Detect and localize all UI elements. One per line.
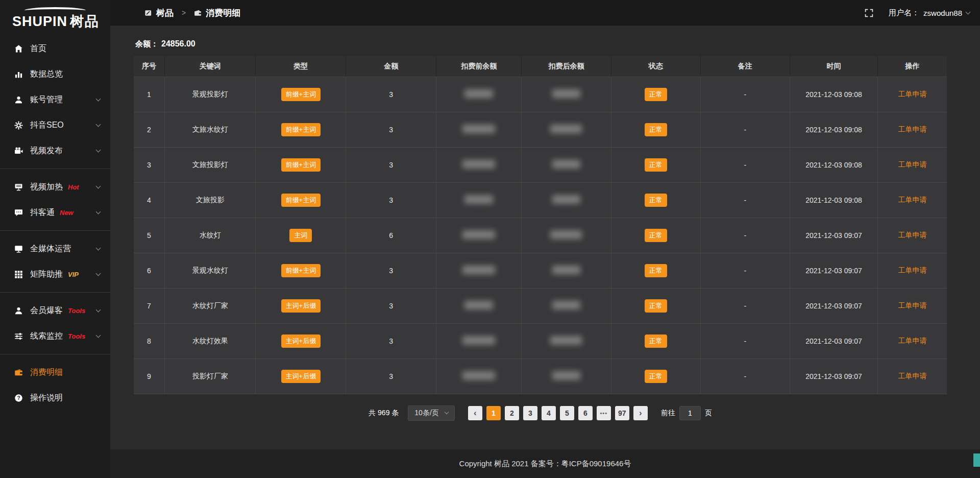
- wallet-icon: [14, 368, 23, 377]
- balance-value: 24856.00: [161, 39, 195, 48]
- ticket-apply-link[interactable]: 工单申请: [898, 266, 927, 274]
- sidebar-item-6[interactable]: 视频加热Hot: [0, 174, 110, 200]
- cell-action: 工单申请: [878, 253, 947, 288]
- page-button-5[interactable]: 5: [560, 406, 574, 420]
- goto-unit: 页: [705, 409, 712, 418]
- sidebar-item-11[interactable]: 线索监控Tools: [0, 323, 110, 349]
- more-pages-button[interactable]: •••: [597, 406, 611, 420]
- table-row: 9投影灯厂家主词+后缀3正常-2021-12-03 09:07工单申请: [134, 358, 947, 394]
- sidebar-item-8[interactable]: 全媒体运营: [0, 236, 110, 261]
- masked-value: [464, 301, 493, 309]
- type-badge: 前缀+主词: [281, 194, 321, 207]
- home-icon: [14, 44, 23, 53]
- table-row: 7水纹灯厂家主词+后缀3正常-2021-12-03 09:07工单申请: [134, 288, 947, 323]
- ticket-apply-link[interactable]: 工单申请: [898, 301, 927, 309]
- sidebar-item-tag: VIP: [68, 271, 79, 278]
- cell-status: 正常: [611, 358, 700, 394]
- prev-page-button[interactable]: ‹: [468, 406, 482, 420]
- cell-action: 工单申请: [878, 358, 947, 394]
- breadcrumb-separator: >: [182, 9, 186, 17]
- logo-text: SHUPIN树品: [12, 12, 110, 31]
- sidebar-item-label: 全媒体运营: [30, 244, 71, 254]
- cell-balance-before: [436, 147, 522, 182]
- page-button-3[interactable]: 3: [523, 406, 537, 420]
- ticket-apply-link[interactable]: 工单申请: [898, 337, 927, 345]
- column-header-3: 类型: [256, 56, 346, 77]
- username-value[interactable]: zswodun88: [923, 9, 962, 17]
- cell-action: 工单申请: [878, 323, 947, 358]
- sidebar-item-9[interactable]: 矩阵助推VIP: [0, 261, 110, 287]
- goto-page-input[interactable]: [679, 406, 701, 420]
- sidebar-item-label: 抖音SEO: [30, 120, 64, 131]
- cell-status: 正常: [611, 112, 700, 147]
- fullscreen-icon[interactable]: [865, 9, 873, 17]
- chevron-down-icon[interactable]: [966, 10, 971, 15]
- status-badge: 正常: [645, 194, 667, 207]
- cell-balance-after: [522, 112, 611, 147]
- user-icon: [14, 95, 23, 104]
- next-page-button[interactable]: ›: [633, 406, 648, 420]
- tv-icon: [14, 183, 23, 192]
- sidebar-item-13[interactable]: ?操作说明: [0, 385, 110, 411]
- ticket-apply-link[interactable]: 工单申请: [898, 231, 927, 239]
- gear-icon: [14, 121, 23, 130]
- question-icon: ?: [14, 394, 23, 402]
- sidebar-item-12[interactable]: 消费明细: [0, 360, 110, 385]
- page-button-1[interactable]: 1: [486, 406, 501, 420]
- sidebar-item-tag: Tools: [68, 307, 85, 315]
- column-header-7: 状态: [611, 56, 700, 77]
- status-badge: 正常: [645, 88, 667, 101]
- page-button-4[interactable]: 4: [542, 406, 556, 420]
- masked-value: [462, 371, 495, 380]
- member-icon: [14, 306, 23, 315]
- page-size-value: 10条/页: [414, 409, 438, 418]
- page-size-select[interactable]: 10条/页: [408, 405, 454, 421]
- sidebar-item-1[interactable]: 首页: [0, 36, 110, 61]
- sidebar-item-7[interactable]: 抖客通New: [0, 200, 110, 225]
- sidebar-item-5[interactable]: 视频发布: [0, 138, 110, 163]
- page-button-6[interactable]: 6: [578, 406, 593, 420]
- video-camera-icon: [14, 147, 23, 155]
- type-badge: 前缀+主词: [281, 88, 321, 101]
- service-widget[interactable]: [973, 453, 980, 467]
- logo-cn: 树品: [70, 14, 100, 29]
- ticket-apply-link[interactable]: 工单申请: [898, 125, 927, 133]
- cell-balance-after: [522, 253, 611, 288]
- cell-balance-after: [522, 358, 611, 394]
- sidebar-item-label: 操作说明: [30, 393, 63, 403]
- chevron-down-icon: [96, 96, 101, 101]
- sidebar-item-3[interactable]: 账号管理: [0, 87, 110, 112]
- ticket-apply-link[interactable]: 工单申请: [898, 160, 927, 169]
- table-row: 5水纹灯主词6正常-2021-12-03 09:07工单申请: [134, 218, 947, 253]
- masked-value: [552, 89, 580, 98]
- masked-value: [550, 336, 582, 345]
- ticket-apply-link[interactable]: 工单申请: [898, 90, 927, 98]
- ticket-apply-link[interactable]: 工单申请: [898, 372, 927, 380]
- cell-amount: 6: [346, 218, 436, 253]
- cell-action: 工单申请: [878, 218, 947, 253]
- cell-amount: 3: [346, 253, 436, 288]
- column-header-8: 备注: [700, 56, 790, 77]
- ticket-apply-link[interactable]: 工单申请: [898, 196, 927, 204]
- page-button-97[interactable]: 97: [615, 406, 629, 420]
- cell-time: 2021-12-03 09:07: [790, 323, 877, 358]
- table-row: 4文旅投影前缀+主词3正常-2021-12-03 09:08工单申请: [134, 182, 947, 218]
- masked-value: [462, 266, 495, 274]
- sidebar-item-label: 抖客通: [30, 207, 55, 218]
- breadcrumb-current: 消费明细: [206, 7, 240, 19]
- cell-balance-before: [436, 358, 522, 394]
- sidebar-item-10[interactable]: 会员爆客Tools: [0, 298, 110, 323]
- chevron-down-icon: [96, 122, 101, 127]
- cell-status: 正常: [611, 218, 700, 253]
- cell-time: 2021-12-03 09:08: [790, 182, 877, 218]
- chevron-down-icon: [96, 147, 101, 152]
- sidebar-item-4[interactable]: 抖音SEO: [0, 112, 110, 138]
- sidebar-item-2[interactable]: 数据总览: [0, 61, 110, 87]
- cell-keyword: 景观投影灯: [165, 77, 256, 112]
- breadcrumb-root[interactable]: 树品: [156, 7, 174, 19]
- cell-balance-after: [522, 182, 611, 218]
- app-root: SHUPIN树品 首页数据总览账号管理抖音SEO视频发布视频加热Hot抖客通Ne…: [0, 0, 980, 478]
- monitor-icon: [14, 245, 23, 253]
- page-button-2[interactable]: 2: [505, 406, 519, 420]
- cell-remark: -: [700, 253, 790, 288]
